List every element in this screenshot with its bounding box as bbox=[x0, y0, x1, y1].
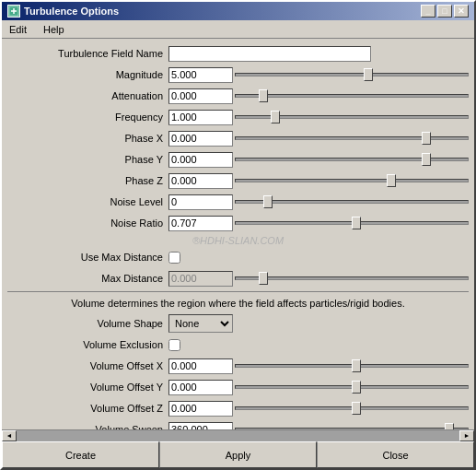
use-max-distance-label: Use Max Distance bbox=[7, 252, 168, 263]
frequency-row: Frequency bbox=[7, 108, 469, 126]
volume-exclusion-checkbox[interactable] bbox=[168, 339, 180, 351]
phase-x-input[interactable] bbox=[168, 131, 233, 147]
max-distance-row: Max Distance bbox=[7, 269, 469, 288]
scrollbar-track[interactable] bbox=[17, 430, 459, 441]
max-distance-label: Max Distance bbox=[7, 273, 168, 284]
phase-z-input[interactable] bbox=[168, 173, 233, 189]
volume-offset-z-input[interactable] bbox=[168, 401, 233, 417]
horizontal-scrollbar[interactable]: ◄ ► bbox=[2, 429, 474, 441]
scroll-right-button[interactable]: ► bbox=[459, 430, 474, 441]
close-button[interactable]: Close bbox=[317, 441, 474, 468]
volume-offset-y-label: Volume Offset Y bbox=[7, 382, 168, 393]
volume-description: Volume determines the region where the f… bbox=[7, 296, 469, 311]
use-max-distance-checkbox[interactable] bbox=[168, 252, 180, 264]
volume-offset-y-slider[interactable] bbox=[235, 380, 469, 395]
turbulence-field-name-input[interactable] bbox=[168, 46, 371, 62]
content-area: Turbulence Field Name Magnitude Attenuat… bbox=[2, 39, 474, 429]
attenuation-slider[interactable] bbox=[235, 88, 469, 104]
frequency-input[interactable] bbox=[168, 110, 233, 125]
volume-offset-x-slider[interactable] bbox=[235, 358, 469, 374]
noise-level-label: Noise Level bbox=[7, 196, 168, 207]
noise-level-row: Noise Level bbox=[7, 193, 469, 211]
frequency-slider[interactable] bbox=[235, 110, 469, 125]
magnitude-input[interactable] bbox=[168, 67, 233, 83]
phase-x-slider[interactable] bbox=[235, 131, 469, 147]
title-bar-title: Turbulence Options bbox=[7, 5, 119, 18]
volume-sweep-slider[interactable] bbox=[235, 422, 469, 430]
main-window: Turbulence Options _ □ ✕ Edit Help Turbu… bbox=[0, 0, 476, 470]
volume-offset-x-row: Volume Offset X bbox=[7, 357, 469, 375]
turbulence-field-name-row: Turbulence Field Name bbox=[7, 44, 469, 63]
phase-z-slider[interactable] bbox=[235, 173, 469, 189]
magnitude-label: Magnitude bbox=[7, 69, 168, 80]
volume-offset-z-label: Volume Offset Z bbox=[7, 403, 168, 414]
menu-edit[interactable]: Edit bbox=[6, 23, 30, 36]
volume-exclusion-row: Volume Exclusion bbox=[7, 335, 469, 354]
use-max-distance-row: Use Max Distance bbox=[7, 248, 469, 266]
noise-ratio-row: Noise Ratio bbox=[7, 214, 469, 232]
phase-y-input[interactable] bbox=[168, 152, 233, 168]
phase-z-row: Phase Z bbox=[7, 171, 469, 190]
volume-offset-y-input[interactable] bbox=[168, 380, 233, 395]
volume-exclusion-label: Volume Exclusion bbox=[7, 339, 168, 350]
max-distance-input[interactable] bbox=[168, 271, 233, 287]
turbulence-field-name-label: Turbulence Field Name bbox=[7, 48, 168, 59]
title-bar-buttons: _ □ ✕ bbox=[421, 5, 469, 18]
window-icon bbox=[7, 5, 20, 18]
bottom-buttons: Create Apply Close bbox=[2, 441, 474, 468]
phase-y-row: Phase Y bbox=[7, 150, 469, 169]
volume-shape-select[interactable]: None Cube Sphere Cylinder Cone Torus bbox=[168, 314, 233, 333]
window-title: Turbulence Options bbox=[24, 6, 119, 17]
menu-bar: Edit Help bbox=[2, 20, 474, 39]
magnitude-row: Magnitude bbox=[7, 65, 469, 84]
volume-offset-x-input[interactable] bbox=[168, 358, 233, 374]
attenuation-input[interactable] bbox=[168, 88, 233, 104]
volume-sweep-input[interactable] bbox=[168, 422, 233, 430]
volume-offset-z-row: Volume Offset Z bbox=[7, 399, 469, 417]
noise-level-input[interactable] bbox=[168, 194, 233, 210]
create-button[interactable]: Create bbox=[2, 441, 159, 468]
volume-offset-z-slider[interactable] bbox=[235, 401, 469, 417]
noise-ratio-slider[interactable] bbox=[235, 216, 469, 231]
magnitude-slider[interactable] bbox=[235, 67, 469, 83]
volume-sweep-row: Volume Sweep bbox=[7, 420, 469, 429]
close-window-button[interactable]: ✕ bbox=[454, 5, 469, 18]
noise-ratio-label: Noise Ratio bbox=[7, 217, 168, 229]
attenuation-label: Attenuation bbox=[7, 90, 168, 101]
noise-level-slider[interactable] bbox=[235, 194, 469, 210]
volume-shape-row: Volume Shape None Cube Sphere Cylinder C… bbox=[7, 314, 469, 333]
watermark: ®HDHI-SLIAN.COM bbox=[7, 235, 469, 246]
attenuation-row: Attenuation bbox=[7, 87, 469, 105]
volume-offset-y-row: Volume Offset Y bbox=[7, 378, 469, 396]
title-bar: Turbulence Options _ □ ✕ bbox=[2, 2, 474, 20]
phase-z-label: Phase Z bbox=[7, 175, 168, 186]
section-divider bbox=[7, 291, 469, 292]
volume-shape-label: Volume Shape bbox=[7, 318, 168, 329]
minimize-button[interactable]: _ bbox=[421, 5, 435, 18]
max-distance-slider[interactable] bbox=[235, 271, 469, 287]
maximize-button[interactable]: □ bbox=[437, 5, 452, 18]
volume-offset-x-label: Volume Offset X bbox=[7, 360, 168, 371]
noise-ratio-input[interactable] bbox=[168, 216, 233, 231]
phase-x-label: Phase X bbox=[7, 133, 168, 144]
phase-x-row: Phase X bbox=[7, 129, 469, 147]
scroll-left-button[interactable]: ◄ bbox=[2, 430, 17, 441]
menu-help[interactable]: Help bbox=[40, 23, 68, 36]
phase-y-slider[interactable] bbox=[235, 152, 469, 168]
apply-button[interactable]: Apply bbox=[159, 441, 317, 468]
phase-y-label: Phase Y bbox=[7, 154, 168, 165]
frequency-label: Frequency bbox=[7, 112, 168, 123]
